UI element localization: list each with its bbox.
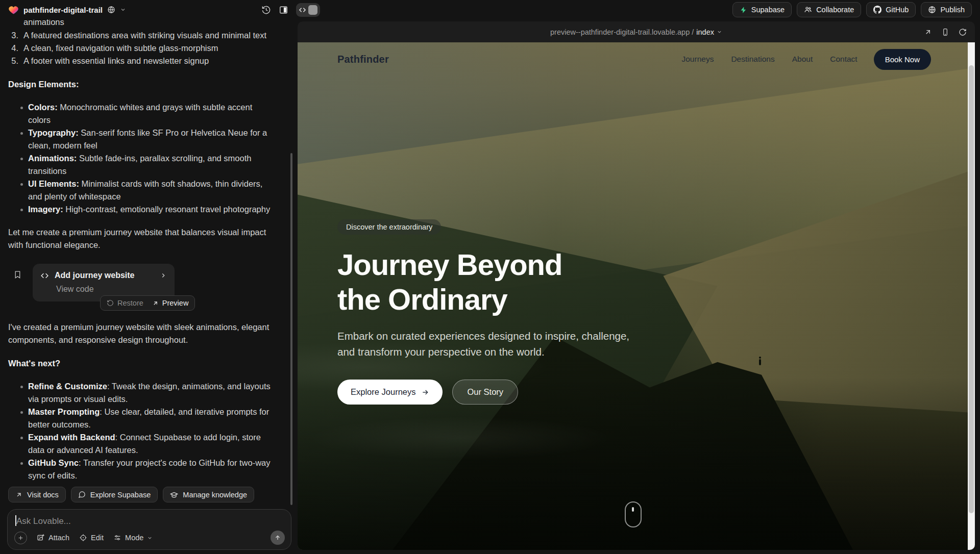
- attach-button[interactable]: Attach: [37, 534, 69, 542]
- ask-lovable-input[interactable]: [16, 516, 283, 526]
- supabase-button[interactable]: Supabase: [732, 2, 792, 17]
- list-item: Expand with Backend: Connect Supabase to…: [20, 431, 276, 457]
- hero-badge: Discover the extraordinary: [337, 219, 441, 235]
- edit-card-title: Add journey website: [55, 270, 134, 281]
- external-link-icon: [15, 491, 22, 498]
- app-top-bar: pathfinder-digital-trail Supabase Col: [0, 0, 980, 19]
- site-nav-links: Journeys Destinations About Contact: [681, 55, 857, 64]
- list-item: Debug with Ease: Activate our experiment…: [20, 482, 276, 484]
- list-item: 3.A featured destinations area with stri…: [8, 29, 276, 42]
- hero-section: Discover the extraordinary Journey Beyon…: [337, 219, 674, 405]
- list-item: 5.A footer with essential links and news…: [8, 55, 276, 67]
- chevron-down-icon[interactable]: [717, 29, 722, 35]
- github-button[interactable]: GitHub: [866, 2, 916, 17]
- hero-heading: Journey Beyond the Ordinary: [337, 247, 674, 317]
- whats-next-heading: What's next?: [8, 357, 276, 370]
- restore-icon: [107, 299, 114, 307]
- refresh-icon[interactable]: [959, 28, 967, 36]
- chat-input-container[interactable]: Attach Edit Mode: [7, 509, 291, 550]
- globe-icon: [928, 6, 936, 14]
- smartphone-icon[interactable]: [941, 28, 949, 36]
- globe-icon: [107, 6, 115, 14]
- next-steps-bullet-list: Refine & Customize: Tweak the design, an…: [8, 380, 276, 484]
- design-elements-heading: Design Elements:: [8, 78, 276, 91]
- assistant-paragraph: Let me create a premium journey website …: [8, 226, 276, 251]
- nav-link[interactable]: About: [792, 55, 813, 64]
- site-navbar: Pathfinder Journeys Destinations About C…: [298, 42, 968, 76]
- scroll-indicator: [625, 501, 642, 527]
- clipped-text-line: animations: [23, 19, 276, 29]
- site-scrollbar-thumb[interactable]: [969, 65, 974, 513]
- preview-page-name[interactable]: index: [696, 28, 714, 36]
- users-icon: [804, 6, 812, 14]
- preview-button[interactable]: Preview: [152, 299, 189, 307]
- code-icon: [299, 6, 306, 14]
- list-item: Imagery: High-contrast, emotionally reso…: [20, 203, 276, 216]
- chevron-right-icon[interactable]: [160, 272, 167, 279]
- chat-message-area[interactable]: animations 3.A featured destinations are…: [0, 19, 297, 484]
- external-link-icon: [152, 300, 159, 307]
- view-code-link[interactable]: View code: [56, 284, 167, 294]
- github-icon: [873, 6, 881, 14]
- assistant-paragraph: I've created a premium journey website w…: [8, 321, 276, 346]
- list-item: Master Prompting: Use clear, detailed, a…: [20, 406, 276, 431]
- list-item: Refine & Customize: Tweak the design, an…: [20, 380, 276, 406]
- list-item: GitHub Sync: Transfer your project's cod…: [20, 457, 276, 482]
- explore-supabase-button[interactable]: Explore Supabase: [71, 487, 158, 502]
- design-bullet-list: Colors: Monochromatic whites and grays w…: [8, 101, 276, 216]
- bookmark-icon[interactable]: [13, 270, 22, 279]
- list-item: Colors: Monochromatic whites and grays w…: [20, 101, 276, 127]
- panel-icon[interactable]: [279, 5, 288, 15]
- code-icon: [40, 271, 49, 280]
- send-button[interactable]: [271, 531, 285, 545]
- publish-button[interactable]: Publish: [921, 2, 972, 17]
- sliders-icon: [113, 534, 121, 542]
- restore-button[interactable]: Restore: [107, 299, 143, 307]
- chevron-down-icon: [147, 535, 153, 541]
- code-view-toggle[interactable]: [296, 3, 320, 17]
- explore-journeys-button[interactable]: Explore Journeys: [337, 380, 443, 405]
- preview-header: preview--pathfinder-digital-trail.lovabl…: [298, 21, 975, 42]
- mouse-wheel-dot: [632, 507, 634, 512]
- supabase-bolt-icon: [740, 6, 747, 14]
- book-now-button[interactable]: Book Now: [874, 49, 931, 70]
- history-icon[interactable]: [261, 5, 271, 15]
- hiker-figure: [759, 359, 761, 365]
- our-story-button[interactable]: Our Story: [452, 380, 518, 405]
- nav-link[interactable]: Contact: [830, 55, 857, 64]
- toggle-knob: [308, 5, 317, 15]
- suggestion-chips-row: Visit docs Explore Supabase Manage knowl…: [0, 484, 297, 509]
- project-name[interactable]: pathfinder-digital-trail: [23, 6, 103, 14]
- site-scrollbar-track[interactable]: [968, 42, 975, 550]
- restore-preview-pill: Restore Preview: [100, 295, 195, 311]
- manage-knowledge-button[interactable]: Manage knowledge: [163, 487, 254, 502]
- edit-card-block: Add journey website View code Restore Pr…: [13, 264, 276, 311]
- chat-scrollbar[interactable]: [290, 153, 292, 505]
- preview-panel: preview--pathfinder-digital-trail.lovabl…: [298, 21, 975, 550]
- request-numbered-list: 3.A featured destinations area with stri…: [8, 29, 276, 67]
- message-circle-icon: [78, 491, 86, 498]
- graduation-cap-icon: [170, 491, 178, 499]
- chevron-down-icon[interactable]: [120, 7, 126, 13]
- collaborate-button[interactable]: Collaborate: [797, 2, 861, 17]
- target-icon: [79, 534, 87, 542]
- add-button[interactable]: [14, 532, 27, 544]
- mode-button[interactable]: Mode: [113, 534, 153, 542]
- list-item: Animations: Subtle fade-ins, parallax sc…: [20, 152, 276, 178]
- preview-url[interactable]: preview--pathfinder-digital-trail.lovabl…: [550, 28, 694, 36]
- nav-link[interactable]: Journeys: [681, 55, 714, 64]
- list-item: UI Elements: Minimalist cards with soft …: [20, 178, 276, 203]
- visit-docs-button[interactable]: Visit docs: [8, 487, 66, 502]
- list-item: Typography: San-serif fonts like SF Pro …: [20, 127, 276, 152]
- open-external-icon[interactable]: [924, 28, 932, 36]
- arrow-right-icon: [421, 388, 429, 396]
- hero-subtitle: Embark on curated experiences designed t…: [337, 328, 641, 361]
- edit-button[interactable]: Edit: [79, 534, 104, 542]
- chat-panel: animations 3.A featured destinations are…: [0, 19, 297, 554]
- site-logo[interactable]: Pathfinder: [337, 54, 389, 65]
- image-plus-icon: [37, 534, 45, 542]
- list-item: 4.A clean, fixed navigation with subtle …: [8, 42, 276, 55]
- site-viewport: Pathfinder Journeys Destinations About C…: [298, 42, 975, 550]
- nav-link[interactable]: Destinations: [731, 55, 774, 64]
- lovable-heart-logo[interactable]: [8, 5, 19, 15]
